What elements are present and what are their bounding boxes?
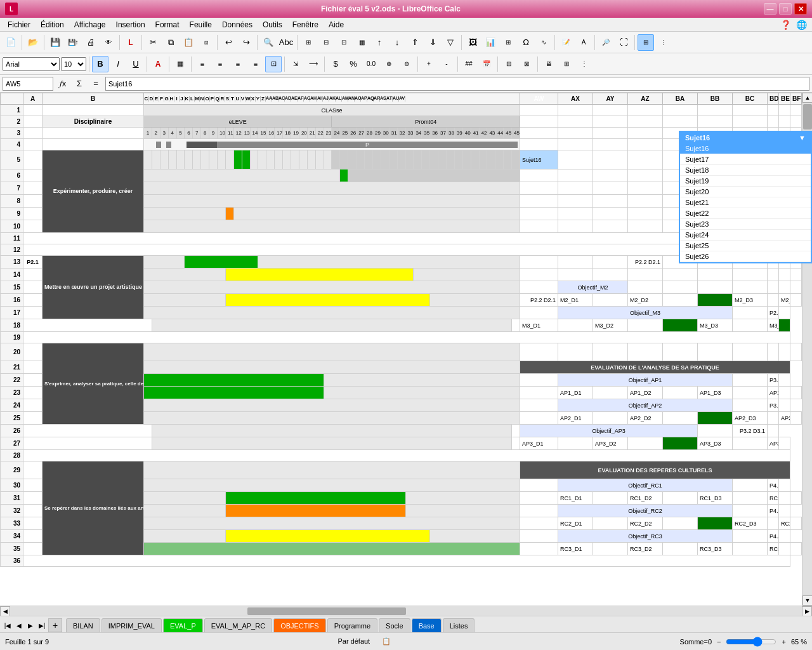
decrease-decimal-button[interactable]: ⊖ (398, 56, 415, 72)
cell-AZ16[interactable]: M2_D2 (628, 294, 663, 307)
cell-AW8[interactable] (520, 195, 558, 208)
cell-AZ33[interactable]: RC2_D2 (628, 517, 663, 530)
cell-AW27[interactable] (512, 437, 520, 450)
border-button[interactable]: ▦ (172, 56, 188, 72)
cell-P5[interactable] (250, 150, 258, 169)
increase-indent-button[interactable]: + (421, 56, 437, 72)
open-button[interactable]: 📂 (25, 34, 41, 51)
cell-AZ27[interactable]: AP3_D2 (593, 437, 628, 450)
cells-Y22-AV22[interactable] (324, 374, 520, 387)
cell-F5[interactable] (168, 150, 176, 169)
cell-AO5[interactable] (454, 150, 462, 169)
cell-BC20[interactable] (733, 343, 768, 361)
tab-imprim-eval[interactable]: IMPRIM_EVAL (102, 618, 162, 632)
cell-D3[interactable]: 2 (152, 128, 160, 139)
dropdown-item-sujet20[interactable]: Sujet20 (680, 187, 811, 197)
cell-X3[interactable]: 22 (315, 128, 324, 139)
decrease-indent-button[interactable]: - (438, 56, 455, 72)
cells-AL16-AV16[interactable] (430, 294, 520, 307)
cell-BB33[interactable] (698, 517, 733, 530)
cell-AY3[interactable] (593, 128, 628, 139)
cell-AW34[interactable] (520, 530, 558, 543)
cell-G5[interactable] (176, 150, 185, 169)
dropdown-item-sujet24[interactable]: Sujet24 (680, 230, 811, 241)
minimize-button[interactable]: — (764, 3, 776, 15)
col-BB-header[interactable]: BB (698, 93, 733, 105)
cells-C34[interactable] (144, 530, 226, 543)
cells-C32[interactable] (144, 505, 226, 517)
cell-K5[interactable] (209, 150, 218, 169)
align-right-button[interactable]: ≡ (230, 56, 246, 72)
cell-P3[interactable]: 14 (250, 128, 258, 139)
cell-V3[interactable]: 20 (299, 128, 307, 139)
clone-button[interactable]: ⧇ (198, 34, 214, 51)
cell-I3[interactable]: 7 (193, 128, 201, 139)
cells-AX32[interactable]: Objectif_RC2 (558, 505, 733, 517)
cell-BF35[interactable] (790, 543, 802, 555)
cell-AE5[interactable] (372, 150, 381, 169)
cell-A10[interactable] (23, 220, 43, 233)
merge-center-button[interactable]: ⊡ (265, 56, 282, 72)
cell-AQ5[interactable] (471, 150, 479, 169)
cell-BA31[interactable] (663, 492, 698, 505)
cell-BA25[interactable] (663, 412, 698, 425)
cell-A25[interactable] (23, 412, 43, 425)
sort-desc2-button[interactable]: ⇓ (424, 34, 441, 51)
cells-A27[interactable] (23, 437, 152, 450)
cell-BC15[interactable] (733, 281, 768, 294)
cell-B3[interactable] (43, 128, 144, 139)
cells-M34[interactable] (225, 530, 429, 543)
cell-AS3[interactable]: 43 (487, 128, 495, 139)
cell-BE26[interactable]: P3.2 D3.1 (733, 425, 768, 437)
cell-AD5[interactable] (365, 150, 373, 169)
col-C-AV-header[interactable]: C D E F G H I J K L (144, 93, 520, 105)
cell-AZ1[interactable] (628, 105, 663, 116)
cell-AY31[interactable] (593, 492, 628, 505)
cell-AM5[interactable] (438, 150, 447, 169)
cell-A15[interactable] (23, 281, 43, 294)
cell-U5[interactable] (291, 150, 299, 169)
scroll-thumb[interactable] (803, 104, 812, 129)
cell-AK5[interactable] (422, 150, 430, 169)
cell-I5[interactable] (193, 150, 201, 169)
cell-AR3[interactable]: 42 (479, 128, 487, 139)
cell-BF16[interactable] (790, 294, 802, 307)
cell-AZ35[interactable]: RC3_D2 (628, 543, 663, 555)
cells-C24-AV24[interactable] (144, 399, 520, 412)
cell-AX8[interactable] (558, 195, 593, 208)
cells-Q13-AV13[interactable] (258, 256, 520, 269)
cells-M32[interactable] (225, 505, 405, 517)
cell-AX25[interactable]: AP2_D1 (558, 412, 593, 425)
menu-donnees[interactable]: Données (217, 19, 258, 30)
cells-AL34-AV34[interactable] (430, 530, 520, 543)
cell-BA1[interactable] (663, 105, 698, 116)
cell-AJ3[interactable]: 34 (414, 128, 422, 139)
cell-O5[interactable] (242, 150, 250, 169)
cell-AW9[interactable] (520, 208, 558, 220)
cell-A7[interactable] (23, 182, 43, 195)
cell-AW10[interactable] (520, 220, 558, 233)
col-A-header[interactable]: A (23, 93, 43, 105)
cell-AW1[interactable] (520, 105, 558, 116)
font-size-selector[interactable]: 10 (61, 57, 86, 71)
cell-BE15[interactable] (779, 281, 790, 294)
cell-AX1[interactable] (558, 105, 593, 116)
bold-button[interactable]: B (92, 56, 108, 72)
cell-AW14[interactable] (520, 269, 558, 281)
cell-BE1[interactable] (779, 105, 790, 116)
cell-AZ10[interactable] (628, 220, 663, 233)
cell-BF24[interactable] (779, 399, 790, 412)
cell-A5[interactable] (23, 150, 43, 169)
cell-B2[interactable]: Disciplinaire (43, 116, 144, 128)
cell-BE33[interactable]: RC2_D4 (779, 517, 790, 530)
cell-AW26[interactable] (512, 425, 520, 437)
cell-C2-Y2[interactable]: eLEVE (144, 116, 332, 128)
cell-AC5[interactable] (357, 150, 365, 169)
cell-BF27[interactable] (779, 437, 790, 450)
cell-AM3[interactable]: 37 (438, 128, 447, 139)
cell-C5[interactable] (144, 150, 152, 169)
cell-BA35[interactable] (663, 543, 698, 555)
cell-BF23[interactable] (790, 387, 802, 399)
cell-BB35[interactable]: RC3_D3 (698, 543, 733, 555)
cell-AW17[interactable] (520, 307, 558, 319)
